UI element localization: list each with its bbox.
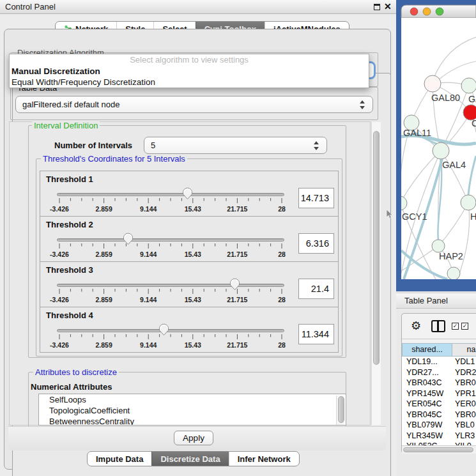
traffic-lights[interactable] (410, 8, 443, 15)
cell-name: YBR0 (452, 410, 476, 420)
threshold-value-field[interactable]: 14.713 (298, 188, 334, 208)
attribute-item[interactable]: TopologicalCoefficient (39, 405, 346, 416)
number-of-intervals-value: 5 (151, 141, 155, 150)
threshold-slider-row: -3.4262.8599.14415.4321.715286.316 (40, 232, 338, 261)
node-label: C (472, 118, 476, 128)
slider-thumb[interactable] (229, 278, 240, 291)
main-vertical-scrollbar[interactable] (371, 122, 381, 425)
thresholds-group-title: Threshold's Coordinates for 5 Intervals (41, 154, 187, 164)
cell-name: YPR1 (452, 388, 476, 399)
slider-tick-label: 15.43 (185, 250, 201, 258)
cell-shared-name: YBR043C (402, 378, 452, 388)
slider-track[interactable] (57, 329, 284, 332)
network-node-gal80[interactable] (424, 75, 441, 92)
threshold-slider-row: -3.4262.8599.14415.4321.7152811.344 (40, 323, 338, 352)
attribute-item[interactable]: BetweennessCentrality (39, 416, 346, 426)
cell-name: YBL0 (452, 420, 476, 431)
slider-tick-label: -3.426 (50, 341, 69, 349)
slider-track[interactable] (57, 193, 284, 196)
algorithm-dropdown-options: Manual DiscretizationEqual Width/Frequen… (10, 66, 369, 88)
node-label: HAP2 (439, 251, 463, 261)
slider-tick-label: 28 (278, 296, 286, 303)
algorithm-option[interactable]: Equal Width/Frequency Discretization (10, 77, 369, 88)
slider-tick-label: 2.859 (95, 341, 112, 349)
cell-name: YER0 (452, 399, 476, 410)
threshold-slider-row: -3.4262.8599.14415.4321.7152814.713 (40, 187, 338, 216)
table-row[interactable]: YDR27...YDR2 (402, 367, 476, 378)
network-node[interactable] (447, 267, 460, 280)
apply-button[interactable]: Apply (174, 431, 213, 445)
table-header-row: shared...na (402, 343, 476, 357)
float-window-icon[interactable] (374, 4, 380, 10)
close-icon[interactable]: ✕ (384, 1, 392, 12)
tab-impute-data[interactable]: Impute Data (88, 452, 151, 466)
control-panel: Control Panel ✕ NetworkStyleSelectCyni T… (0, 0, 396, 476)
slider-tick-label: 2.859 (95, 250, 112, 258)
network-node-h[interactable] (461, 195, 476, 210)
number-of-intervals-combo[interactable]: 5 (144, 137, 327, 154)
checkbox-icon[interactable]: ✓ (452, 323, 459, 330)
attribute-item[interactable]: SelfLoops (39, 394, 346, 405)
cell-shared-name: YIL053C (402, 441, 452, 445)
cyni-mode-tabs: Impute DataDiscretize DataInfer Network (87, 451, 300, 466)
network-node-ga[interactable] (461, 78, 476, 93)
threshold-value-field[interactable]: 6.316 (298, 233, 334, 254)
gear-icon[interactable]: ⚙ (411, 319, 421, 333)
cell-shared-name: YDR27... (402, 367, 452, 378)
table-row[interactable]: YBR043CYBR0 (402, 378, 476, 388)
close-light-icon[interactable] (410, 8, 418, 15)
table-horizontal-scrollbar[interactable] (402, 445, 476, 454)
cell-shared-name: YBR045C (402, 410, 452, 420)
cell-shared-name: YBL079W (402, 420, 452, 431)
threshold-value-field[interactable]: 21.4 (298, 279, 334, 299)
cell-name: YBR0 (452, 378, 476, 388)
attributes-scrollbar-thumb[interactable] (338, 396, 344, 423)
checkbox-icon[interactable]: ✓ (461, 323, 468, 330)
minimize-light-icon[interactable] (423, 8, 431, 15)
network-node-gal4[interactable] (433, 142, 449, 159)
column-header-1[interactable]: shared... (402, 343, 452, 357)
cell-name: YDR2 (452, 367, 476, 378)
slider-tick-label: 15.43 (185, 296, 201, 303)
cell-shared-name: YPR145W (402, 388, 452, 399)
slider-tick-label: -3.426 (50, 205, 69, 213)
slider-track[interactable] (57, 284, 284, 287)
tab-discretize-data[interactable]: Discretize Data (151, 452, 228, 466)
node-label: GA (468, 94, 476, 104)
slider-thumb[interactable] (182, 187, 193, 200)
table-row[interactable]: YIL053CYIL0 (402, 441, 476, 445)
tab-infer-network[interactable]: Infer Network (229, 452, 299, 466)
threshold-label: Threshold 1 (46, 174, 93, 184)
algorithm-option[interactable]: Manual Discretization (10, 66, 369, 77)
slider-track[interactable] (57, 238, 284, 242)
cell-name: YLR3 (452, 431, 476, 441)
table-row[interactable]: YDL19...YDL1 (402, 357, 476, 367)
threshold-value-field[interactable]: 11.344 (298, 324, 334, 344)
slider-thumb[interactable] (123, 233, 134, 245)
slider-ticks (57, 243, 284, 250)
table-row[interactable]: YBR045CYBR0 (402, 410, 476, 420)
network-node-hap2[interactable] (432, 240, 445, 252)
slider-tick-label: -3.426 (50, 250, 69, 258)
table-row[interactable]: YER054CYER0 (402, 399, 476, 410)
threshold-label: Threshold 3 (46, 265, 93, 275)
table-data-combo[interactable]: galFiltered.sif default node (15, 96, 373, 113)
attributes-scrollbar[interactable] (336, 395, 344, 425)
zoom-light-icon[interactable] (436, 8, 443, 15)
table-panel-titlebar: Table Panel (396, 293, 476, 309)
cell-name: YIL0 (452, 441, 476, 445)
table-hscrollbar-thumb[interactable] (403, 447, 473, 452)
table-data-combo-value: galFiltered.sif default node (22, 100, 119, 109)
table-row[interactable]: YBL079WYBL0 (402, 420, 476, 431)
threshold-slider-row: -3.4262.8599.14415.4321.7152821.4 (40, 277, 338, 307)
main-scrollbar-thumb[interactable] (373, 131, 380, 365)
slider-tick-label: 21.715 (227, 250, 247, 258)
table-row[interactable]: YLR345WYLR3 (402, 431, 476, 441)
table-row[interactable]: YPR145WYPR1 (402, 388, 476, 399)
column-header-2[interactable]: na (452, 343, 476, 357)
slider-tick-label: 28 (278, 341, 286, 349)
network-view-window[interactable]: GAL80GACGAL11GAL4GCY1HHAP2 (396, 0, 476, 291)
numerical-attributes-list[interactable]: SelfLoopsTopologicalCoefficientBetweenne… (38, 394, 346, 426)
slider-thumb[interactable] (158, 323, 169, 336)
split-columns-icon[interactable] (431, 320, 445, 332)
